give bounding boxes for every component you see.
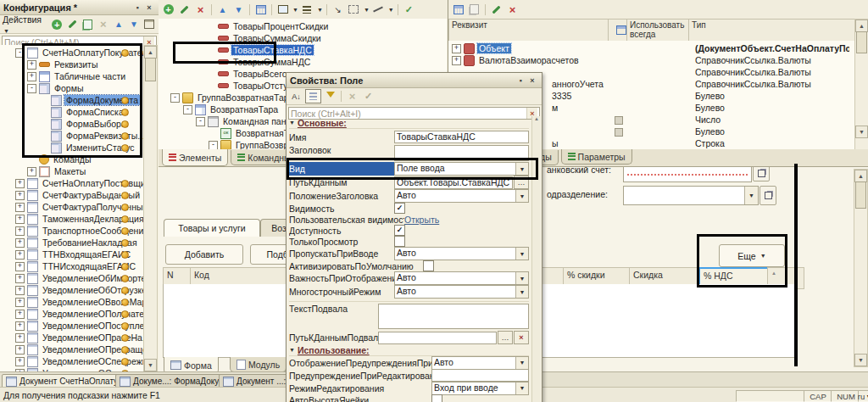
section-main[interactable]: Основные: <box>289 117 529 129</box>
expander-icon[interactable]: + <box>15 310 25 319</box>
tab-parameters[interactable]: Параметры <box>561 149 632 165</box>
tree-item[interactable]: + УведомлениеОВвозеМар... <box>0 296 144 308</box>
more-button[interactable]: Еще▼ <box>719 244 785 267</box>
datapath-input[interactable]: Объект.Товары.СтавкаНДС <box>394 176 513 189</box>
filter-icon[interactable] <box>323 90 337 103</box>
screen-view-icon[interactable] <box>275 3 290 16</box>
expander-icon[interactable]: + <box>15 215 25 224</box>
autoheight-checkbox[interactable] <box>431 394 442 402</box>
scroll-thumb[interactable] <box>856 31 867 53</box>
tree-item[interactable]: ИзменитьСтатус <box>0 142 144 154</box>
ellipsis-icon[interactable] <box>514 176 529 189</box>
name-input[interactable]: ТоварыСтавкаНДС <box>394 131 529 143</box>
enabled-checkbox[interactable] <box>394 225 405 236</box>
tree-item[interactable]: - СчетНаОплатуПокупателю <box>0 47 144 59</box>
move-up-icon[interactable] <box>112 18 125 31</box>
expander-icon[interactable]: + <box>15 262 25 271</box>
tab-goods-services[interactable]: Товары и услуги <box>164 219 260 237</box>
tree-item[interactable]: + ТТНВходящаяЕГАИС <box>0 248 144 260</box>
tree-item[interactable]: - Формы <box>0 82 144 94</box>
tree-item[interactable]: + ТаможеннаяДекларация... <box>0 213 144 225</box>
tree-item[interactable]: + СчетФактураВыданный <box>0 189 144 201</box>
close-icon[interactable]: × <box>143 2 155 13</box>
tree-item[interactable]: + ТребованиеНакладная <box>0 237 144 248</box>
expander-icon[interactable]: + <box>15 203 25 212</box>
chevron-down-icon[interactable] <box>515 357 528 369</box>
use-always-checkbox[interactable] <box>615 116 623 125</box>
expander-icon[interactable]: + <box>27 167 36 176</box>
element-item[interactable]: ТоварыСтавкаНДС <box>159 44 447 56</box>
tree-item[interactable]: + УведомлениеОбИмпорте... <box>0 272 144 284</box>
expander-icon[interactable]: + <box>15 226 25 236</box>
element-item[interactable]: ТоварыСуммаСкидки <box>159 32 447 44</box>
add-icon[interactable] <box>50 18 64 31</box>
tab-form[interactable]: Форма <box>164 357 219 372</box>
pin-icon[interactable]: ▪ <box>515 75 526 86</box>
chevron-down-icon[interactable] <box>515 286 528 298</box>
tree-item[interactable]: + УведомлениеОПрекраще... <box>0 343 144 355</box>
warnshow-combo[interactable]: Авто <box>431 356 529 370</box>
scroll-down-icon[interactable] <box>855 126 868 138</box>
clear-icon[interactable] <box>514 331 529 344</box>
form-scrollbar[interactable] <box>854 169 868 367</box>
expander-icon[interactable]: + <box>15 345 25 355</box>
chevron-down-icon[interactable] <box>515 382 528 394</box>
scroll-thumb[interactable] <box>145 58 156 81</box>
expander-icon[interactable]: + <box>15 321 25 331</box>
tree-item[interactable]: + УведомлениеОбОтгрузке... <box>0 284 144 296</box>
open-icon[interactable] <box>753 166 770 181</box>
expander-icon[interactable]: + <box>15 191 25 200</box>
tree-item[interactable]: + ТранспортноеСообщение <box>0 225 144 237</box>
delete-icon[interactable] <box>193 3 208 16</box>
chevron-down-icon[interactable] <box>515 163 528 175</box>
footerpath-input[interactable] <box>378 332 497 344</box>
chevron-down-icon[interactable]: ▼ <box>364 7 370 13</box>
expander-icon[interactable]: - <box>15 48 25 58</box>
close-icon[interactable]: × <box>526 75 538 86</box>
readonly-checkbox[interactable] <box>394 236 405 247</box>
tree-item[interactable]: + Табличные части <box>0 70 144 82</box>
edit-icon[interactable] <box>489 3 504 16</box>
tree-item[interactable]: ФормаСписка <box>0 106 144 118</box>
attributes-scrollbar[interactable] <box>854 19 868 151</box>
open-link[interactable]: Открыть <box>404 215 439 225</box>
expander-icon[interactable]: + <box>27 72 36 81</box>
scroll-down-icon[interactable] <box>144 359 157 371</box>
expander-icon[interactable]: + <box>452 44 461 53</box>
tree-item[interactable]: ФормаВыбора <box>0 118 144 130</box>
copy-icon[interactable] <box>467 3 481 16</box>
footertext-input[interactable] <box>378 304 529 329</box>
move-up-icon[interactable] <box>215 3 230 16</box>
delete-icon[interactable] <box>505 3 520 16</box>
scroll-up-icon[interactable] <box>854 170 867 182</box>
multiline-combo[interactable]: Авто <box>394 285 529 299</box>
clear-icon[interactable] <box>345 90 359 103</box>
sort-alpha-icon[interactable] <box>289 90 303 103</box>
tree-item[interactable]: + УведомлениеОПолучател... <box>0 308 144 320</box>
apply-icon[interactable] <box>361 90 376 103</box>
element-item[interactable]: ТоварыПроцентСкидки <box>159 20 447 32</box>
tab-module[interactable]: Модуль <box>230 357 287 372</box>
expander-icon[interactable]: + <box>27 60 36 70</box>
tree-item[interactable]: ФормаДокумента <box>0 94 144 106</box>
chevron-down-icon[interactable] <box>515 272 528 284</box>
importance-combo[interactable]: Авто <box>394 271 529 285</box>
chevron-down-icon[interactable]: ▼ <box>388 7 394 13</box>
expander-icon[interactable]: + <box>15 274 25 283</box>
scroll-up-icon[interactable] <box>855 20 868 32</box>
attribute-row[interactable]: + Объект (ДокументОбъект.СчетНаОплатуПок… <box>448 42 854 54</box>
add-attribute-icon[interactable] <box>451 3 465 16</box>
activate-checkbox[interactable] <box>423 260 434 271</box>
categories-icon[interactable] <box>305 89 321 103</box>
chevron-down-icon[interactable]: ▼ <box>317 7 323 13</box>
expander-icon[interactable]: + <box>15 286 25 295</box>
frame-icon[interactable] <box>347 3 361 16</box>
scroll-down-icon[interactable] <box>854 354 867 366</box>
copy-icon[interactable] <box>81 18 95 31</box>
caption-input[interactable] <box>394 145 529 161</box>
tree-item[interactable]: + ТТНИсходящаяЕГАИС <box>0 260 144 272</box>
open-icon[interactable] <box>760 186 776 205</box>
expander-icon[interactable]: + <box>452 56 461 65</box>
chevron-down-icon[interactable] <box>515 190 528 202</box>
expander-icon[interactable]: + <box>15 250 25 260</box>
